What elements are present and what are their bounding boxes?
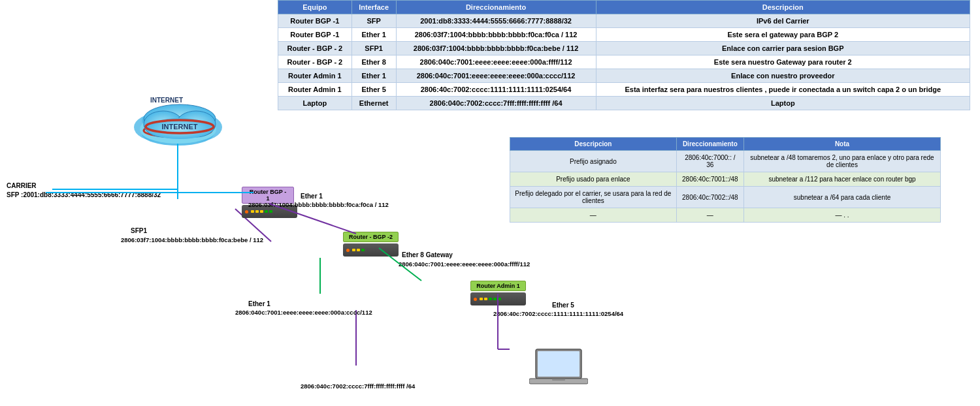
table-cell-descripcion: Enlace con nuestro proveedor [596,69,970,83]
table-row: Router - BGP - 2Ether 82806:040c:7001:ee… [278,55,970,69]
table-cell-interface: Ether 5 [351,83,396,97]
table-row: Prefijo usado para enlace2806:40c:7001::… [510,172,941,187]
table-row: LaptopEthernet2806:040c:7002:cccc:7fff:f… [278,97,970,110]
table-cell-equipo: Router Admin 1 [278,69,352,83]
router-bgp2-label: Router - BGP -2 [343,232,399,242]
svg-text:INTERNET: INTERNET [162,123,198,131]
sec-table-cell-descripcion: Prefijo usado para enlace [510,172,677,187]
table-cell-equipo: Router BGP -1 [278,28,352,42]
carrier-title: CARRIER [7,182,37,189]
svg-point-5 [140,117,184,141]
secondary-table: Descripcion Direccionamiento Nota Prefij… [510,137,941,223]
bgp2-ether8-addr-label: 2806:040c:7001:eeee:eeee:eeee:000a:ffff/… [399,260,530,268]
table-cell-interface: SFP1 [351,42,396,55]
table-cell-interface: SFP [351,14,396,28]
col-header-descripcion: Descripcion [596,1,970,14]
router-bgp2-device: Router - BGP -2 [343,232,399,257]
table-cell-direccionamiento: 2806:040c:7001:eeee:eeee:eeee:000a:cccc/… [396,69,596,83]
bgp2-sfp1-addr-label: 2806:03f7:1004:bbbb:bbbb:bbbb:f0ca:bebe … [121,236,263,243]
table-cell-descripcion: Enlace con carrier para sesion BGP [596,42,970,55]
admin1-ether5-addr-label: 2806:40c:7002:cccc:1111:1111:1111:0254/6… [493,310,623,317]
svg-point-29 [176,111,216,137]
table-cell-direccionamiento: 2001:db8:3333:4444:5555:6666:7777:8888/3… [396,14,596,28]
col-header-direccionamiento: Direccionamiento [396,1,596,14]
table-row: Router - BGP - 2SFP12806:03f7:1004:bbbb:… [278,42,970,55]
router-admin1-body [470,292,526,305]
svg-point-6 [172,117,216,141]
table-row: Router Admin 1Ether 52806:40c:7002:cccc:… [278,83,970,97]
sec-table-cell-direccionamiento: — [676,208,743,223]
table-cell-equipo: Router - BGP - 2 [278,42,352,55]
sec-table-cell-direccionamiento: 2806:40c:7001::/48 [676,172,743,187]
sec-table-cell-nota: subnetear a /64 para cada cliente [744,187,941,208]
sec-table-cell-direccionamiento: 2806:40c:7002::/48 [676,187,743,208]
sec-table-cell-nota: subnetear a /112 para hacer enlace con r… [744,172,941,187]
svg-point-7 [145,124,210,144]
svg-point-1 [134,113,186,142]
main-table: Equipo Interface Direccionamiento Descri… [278,0,970,110]
sec-table-cell-nota: subnetear a /48 tomaremos 2, uno para en… [744,151,941,172]
col-header-equipo: Equipo [278,1,352,14]
table-cell-direccionamiento: 2806:040c:7002:cccc:7fff:ffff:ffff:ffff … [396,97,596,110]
table-row: Router BGP -1SFP2001:db8:3333:4444:5555:… [278,14,970,28]
bgp2-sfp1-iface-label: SFP1 [131,227,147,234]
table-cell-interface: Ethernet [351,97,396,110]
laptop-device [529,346,588,393]
svg-point-28 [144,111,183,137]
table-cell-equipo: Router - BGP - 2 [278,55,352,69]
admin1-ether1-iface-label: Ether 1 [248,300,270,307]
sec-table-cell-nota: — . . [744,208,941,223]
sec-col-header-direccionamiento: Direccionamiento [676,138,743,151]
table-cell-equipo: Laptop [278,97,352,110]
svg-point-0 [142,108,214,134]
admin1-ether5-iface-label: Ether 5 [552,302,574,309]
router-admin1-device: Router Admin 1 [470,281,526,305]
table-cell-interface: Ether 8 [351,55,396,69]
table-cell-descripcion: Laptop [596,97,970,110]
table-cell-descripcion: IPv6 del Carrier [596,14,970,28]
table-cell-equipo: Router Admin 1 [278,83,352,97]
router-admin1-label: Router Admin 1 [470,281,526,291]
connection-lines-svg [0,91,510,406]
carrier-label: CARRIER SFP :2001:db8:3333:4444:5555:666… [7,181,161,200]
sec-table-cell-direccionamiento: 2806:40c:7000:: / 36 [676,151,743,172]
table-row: Router BGP -1Ether 12806:03f7:1004:bbbb:… [278,28,970,42]
col-header-interface: Interface [351,1,396,14]
sec-table-cell-descripcion: Prefijo delegado por el carrier, se usar… [510,187,677,208]
table-cell-descripcion: Este sera nuestro Gateway para router 2 [596,55,970,69]
router-bgp2-body [343,243,399,257]
table-cell-descripcion: Este sera el gateway para BGP 2 [596,28,970,42]
svg-point-31 [146,120,214,133]
laptop-addr-label: 2806:040c:7002:cccc:7fff:ffff:ffff:ffff … [301,383,415,390]
admin1-ether1-addr-label: 2806:040c:7001:eeee:eeee:eeee:000a:cccc/… [235,309,372,316]
svg-point-27 [144,104,216,133]
sec-table-cell-descripcion: — [510,208,677,223]
svg-point-30 [147,118,212,139]
table-cell-direccionamiento: 2806:03f7:1004:bbbb:bbbb:bbbb:f0ca:f0ca … [396,28,596,42]
table-cell-direccionamiento: 2806:03f7:1004:bbbb:bbbb:bbbb:f0ca:bebe … [396,42,596,55]
svg-point-8 [144,124,212,137]
table-row: ——— . . [510,208,941,223]
table-cell-direccionamiento: 2806:040c:7001:eeee:eeee:eeee:000a:ffff/… [396,55,596,69]
diagram-svg: INTERNET [0,91,510,405]
bgp1-ether1-addr-label: 2806:03f7:1004:bbbb:bbbb:bbbb:f0ca:f0ca … [248,201,389,208]
sec-col-header-descripcion: Descripcion [510,138,677,151]
sec-col-header-nota: Nota [744,138,941,151]
table-cell-interface: Ether 1 [351,28,396,42]
table-cell-equipo: Router BGP -1 [278,14,352,28]
main-table-container: Equipo Interface Direccionamiento Descri… [278,0,970,110]
table-row: Prefijo delegado por el carrier, se usar… [510,187,941,208]
bgp2-ether8-iface-label: Ether 8 Gateway [402,251,453,258]
table-cell-descripcion: Esta interfaz sera para nuestros cliente… [596,83,970,97]
internet-label: INTERNET [150,97,183,104]
table-cell-interface: Ether 1 [351,69,396,83]
table-row: Prefijo asignado2806:40c:7000:: / 36subn… [510,151,941,172]
svg-point-3 [142,122,214,146]
svg-rect-17 [538,351,580,377]
sec-table-cell-descripcion: Prefijo asignado [510,151,677,172]
svg-point-4 [146,114,209,134]
svg-rect-19 [552,379,565,381]
table-row: Router Admin 1Ether 12806:040c:7001:eeee… [278,69,970,83]
secondary-table-container: Descripcion Direccionamiento Nota Prefij… [510,137,941,223]
bgp1-ether1-iface-label: Ether 1 [301,193,323,200]
